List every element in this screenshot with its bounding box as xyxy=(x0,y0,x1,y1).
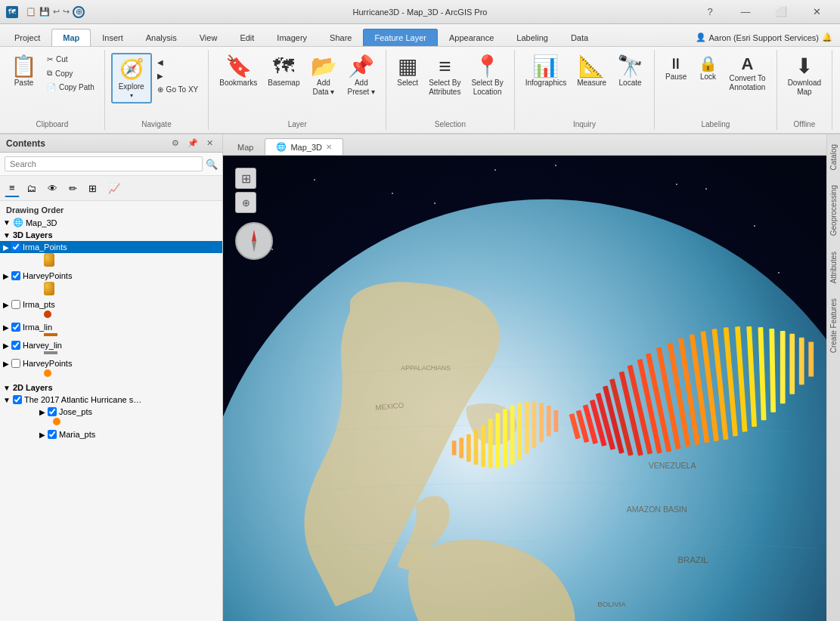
tab-appearance[interactable]: Appearance xyxy=(438,29,505,46)
irma-points-checkbox[interactable] xyxy=(11,243,20,252)
select-by-attributes-button[interactable]: ≡ Select ByAttributes xyxy=(424,53,465,100)
harvey-points-row[interactable]: ▶ HarveyPoints xyxy=(0,270,222,282)
tab-share[interactable]: Share xyxy=(318,29,363,46)
nav-forward-button[interactable]: ▶ xyxy=(153,70,203,82)
measure-button[interactable]: 📐 Measure xyxy=(572,53,611,91)
list-by-drawing-tool[interactable]: ≡ xyxy=(5,179,20,197)
add-preset-button[interactable]: 📌 AddPreset ▾ xyxy=(343,53,380,100)
2d-layers-expand-icon: ▼ xyxy=(3,384,11,392)
list-by-visibility-tool[interactable]: 👁 xyxy=(43,180,62,197)
minimize-button[interactable]: — xyxy=(728,0,763,24)
tab-edit[interactable]: Edit xyxy=(228,29,265,46)
help-button[interactable]: ? xyxy=(693,0,727,24)
globe-view[interactable]: MEXICO APPALACHIANS VENEZUELA AMAZON BAS… xyxy=(223,156,826,621)
harvey-points-checkbox[interactable] xyxy=(11,271,20,280)
locate-button[interactable]: 🔭 Locate xyxy=(612,53,648,91)
clipboard-content: 📋 Paste ✂ Cut ⧉ Copy 📄 Copy Path xyxy=(6,50,98,118)
sidebar-tab-create-features[interactable]: Create Features xyxy=(827,292,840,360)
harvey-points-2-checkbox[interactable] xyxy=(11,359,20,368)
tab-view[interactable]: View xyxy=(188,29,229,46)
paste-button[interactable]: 📋 Paste xyxy=(6,53,42,91)
tab-analysis[interactable]: Analysis xyxy=(135,29,188,46)
map-nav-tools: ⊞ ⊕ xyxy=(235,168,273,260)
map-tab-3d-close[interactable]: ✕ xyxy=(326,143,332,151)
contents-options-button[interactable]: ⚙ xyxy=(169,137,182,149)
download-map-button[interactable]: ⬇ DownloadMap xyxy=(783,53,826,100)
cut-label: Cut xyxy=(56,55,68,63)
select-by-location-button[interactable]: 📍 Select ByLocation xyxy=(466,53,507,100)
compass-container xyxy=(235,222,273,260)
zoom-to-extent-button[interactable]: ⊞ xyxy=(235,168,256,189)
irma-pts-row[interactable]: ▶ Irma_pts xyxy=(0,298,222,310)
pause-button[interactable]: ⏸ Pause xyxy=(661,53,691,85)
copy-path-button[interactable]: 📄 Copy Path xyxy=(43,81,98,94)
irma-lin-checkbox[interactable] xyxy=(11,323,20,332)
maria-pts-label: Maria_pts xyxy=(59,430,95,439)
irma-pts-symbol-row xyxy=(0,310,222,321)
locate-icon: 🔭 xyxy=(617,56,643,77)
sidebar-tab-geoprocessing[interactable]: Geoprocessing xyxy=(827,178,840,243)
close-button[interactable]: ✕ xyxy=(799,0,834,24)
list-by-source-tool[interactable]: 🗂 xyxy=(22,180,41,197)
tab-labeling[interactable]: Labeling xyxy=(505,29,559,46)
maria-pts-checkbox[interactable] xyxy=(48,430,57,439)
cut-button[interactable]: ✂ Cut xyxy=(43,53,98,66)
harvey-points-2-row[interactable]: ▶ HarveyPoints xyxy=(0,357,222,369)
jose-pts-checkbox[interactable] xyxy=(48,407,57,416)
explore-button[interactable]: 🧭 Explore ▾ xyxy=(111,53,152,104)
sidebar-tab-attributes[interactable]: Attributes xyxy=(827,245,840,290)
infographics-label: Infographics xyxy=(525,79,566,88)
irma-pts-checkbox[interactable] xyxy=(11,300,20,309)
goto-xy-button[interactable]: ⊕ Go To XY xyxy=(153,83,203,96)
window-controls: ? — ⬜ ✕ xyxy=(693,0,834,24)
irma-pts-symbol xyxy=(44,310,51,318)
window-title: Hurricane3D - Map_3D - ArcGIS Pro xyxy=(353,8,488,17)
maria-pts-row[interactable]: ▶ Maria_pts xyxy=(0,428,222,440)
contents-panel: Contents ⚙ 📌 ✕ 🔍 ≡ 🗂 👁 ✏ ⊞ 📈 Drawing Ord… xyxy=(0,134,223,621)
contents-pin-button[interactable]: 📌 xyxy=(184,137,201,149)
explore-arrow: ▾ xyxy=(130,92,133,99)
contents-close-button[interactable]: ✕ xyxy=(203,137,216,149)
tab-insert[interactable]: Insert xyxy=(91,29,135,46)
map-tab-map[interactable]: Map xyxy=(226,139,265,155)
tab-project[interactable]: Project xyxy=(3,29,51,46)
fixed-zoom-button[interactable]: ⊕ xyxy=(235,192,256,213)
tab-feature-layer[interactable]: Feature Layer xyxy=(363,29,437,46)
tab-map[interactable]: Map xyxy=(51,29,91,46)
add-data-button[interactable]: 📂 AddData ▾ xyxy=(306,53,342,100)
compass[interactable] xyxy=(235,222,273,260)
irma-points-row[interactable]: ▶ Irma_Points xyxy=(0,241,222,253)
sidebar-tab-catalog[interactable]: Catalog xyxy=(827,137,840,177)
atlantic-checkbox[interactable] xyxy=(13,395,22,404)
list-charts-tool[interactable]: 📈 xyxy=(104,180,125,197)
3d-layers-row[interactable]: ▼ 3D Layers xyxy=(0,229,222,241)
nav-back-button[interactable]: ◀ xyxy=(153,56,203,69)
2d-layers-row[interactable]: ▼ 2D Layers xyxy=(0,382,222,394)
search-icon[interactable]: 🔍 xyxy=(206,159,218,170)
copy-button[interactable]: ⧉ Copy xyxy=(43,66,98,80)
selection-content: ▦ Select ≡ Select ByAttributes 📍 Select … xyxy=(392,50,508,118)
jose-pts-row[interactable]: ▶ Jose_pts xyxy=(0,406,222,418)
infographics-button[interactable]: 📊 Infographics xyxy=(521,53,571,91)
notification-icon[interactable]: 🔔 xyxy=(822,32,832,42)
convert-annotation-button[interactable]: A Convert ToAnnotation xyxy=(724,53,770,95)
list-by-type-tool[interactable]: ⊞ xyxy=(84,180,101,197)
maximize-button[interactable]: ⬜ xyxy=(764,0,798,24)
irma-lin-row[interactable]: ▶ Irma_lin xyxy=(0,321,222,333)
tab-data[interactable]: Data xyxy=(559,29,600,46)
bookmarks-button[interactable]: 🔖 Bookmarks xyxy=(215,53,262,91)
drawing-order-label: Drawing Order xyxy=(0,202,222,216)
bookmarks-label: Bookmarks xyxy=(219,79,257,88)
lock-button[interactable]: 🔒 Lock xyxy=(693,53,723,85)
map-3d-row[interactable]: ▼ 🌐 Map_3D xyxy=(0,216,222,229)
select-button[interactable]: ▦ Select xyxy=(392,53,423,91)
atlantic-hurricane-row[interactable]: ▼ The 2017 Atlantic Hurricane season (to… xyxy=(0,394,222,406)
harvey-lin-row[interactable]: ▶ Harvey_lin xyxy=(0,339,222,351)
tab-imagery[interactable]: Imagery xyxy=(265,29,318,46)
harvey-lin-checkbox[interactable] xyxy=(11,341,20,350)
search-input[interactable] xyxy=(5,156,203,171)
basemap-button[interactable]: 🗺 Basemap xyxy=(263,53,304,91)
map-tab-3d[interactable]: 🌐 Map_3D ✕ xyxy=(265,138,343,155)
inquiry-content: 📊 Infographics 📐 Measure 🔭 Locate xyxy=(521,50,648,118)
list-by-editing-tool[interactable]: ✏ xyxy=(64,180,82,197)
